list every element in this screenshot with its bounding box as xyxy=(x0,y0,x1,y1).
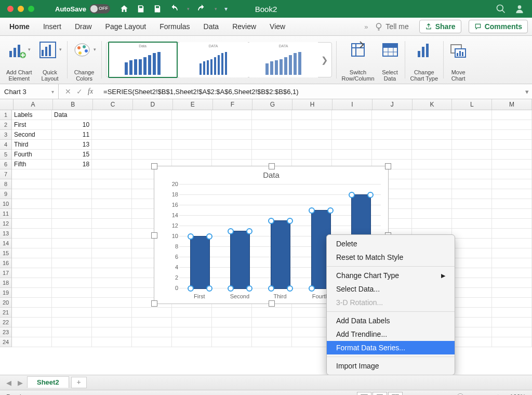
name-box[interactable]: Chart 3▾ xyxy=(0,84,59,99)
tab-insert[interactable]: Insert xyxy=(38,19,66,34)
cell[interactable] xyxy=(12,189,52,199)
cell[interactable] xyxy=(492,239,532,248)
comments-button[interactable]: Comments xyxy=(469,20,528,33)
cell[interactable] xyxy=(52,288,92,298)
cell[interactable] xyxy=(172,308,212,318)
cell[interactable] xyxy=(492,189,532,199)
maximize-window-button[interactable] xyxy=(28,6,34,12)
cell[interactable] xyxy=(92,268,132,278)
cell[interactable] xyxy=(12,278,52,288)
cell[interactable] xyxy=(52,169,92,179)
cell[interactable] xyxy=(172,140,212,150)
cell[interactable] xyxy=(52,209,92,219)
col-header[interactable]: B xyxy=(53,99,93,110)
cell[interactable] xyxy=(492,337,532,347)
cell[interactable] xyxy=(452,239,492,248)
cell[interactable] xyxy=(252,337,292,347)
row-header[interactable]: 23 xyxy=(0,327,12,337)
cell[interactable] xyxy=(452,110,492,120)
cell[interactable]: 13 xyxy=(52,140,92,150)
zoom-out-button[interactable]: − xyxy=(410,392,415,395)
cell[interactable] xyxy=(92,278,132,288)
cell[interactable] xyxy=(212,140,252,150)
cell[interactable] xyxy=(452,160,492,169)
minimize-window-button[interactable] xyxy=(18,6,24,12)
cell[interactable] xyxy=(372,140,412,150)
cell[interactable] xyxy=(452,189,492,199)
tab-view[interactable]: View xyxy=(264,19,290,34)
cell[interactable] xyxy=(492,150,532,160)
cell[interactable] xyxy=(452,179,492,189)
row-header[interactable]: 19 xyxy=(0,288,12,298)
col-header[interactable]: I xyxy=(332,99,373,110)
chart-style-2[interactable]: DATA xyxy=(179,42,248,77)
cell[interactable] xyxy=(492,199,532,209)
row-header[interactable]: 9 xyxy=(0,189,12,199)
cell[interactable] xyxy=(252,308,292,318)
chart-styles-gallery[interactable]: Data DATA DATA ❯ xyxy=(106,42,332,77)
cell[interactable] xyxy=(12,219,52,229)
col-header[interactable]: E xyxy=(173,99,213,110)
cell[interactable] xyxy=(212,337,252,347)
page-break-view-button[interactable] xyxy=(388,392,403,395)
cell[interactable] xyxy=(412,120,452,130)
cell[interactable] xyxy=(292,140,332,150)
cell[interactable] xyxy=(332,120,372,130)
cell[interactable] xyxy=(132,130,172,140)
cell[interactable]: 11 xyxy=(52,130,92,140)
cell[interactable] xyxy=(492,169,532,179)
cell[interactable]: Labels xyxy=(12,110,52,120)
cell[interactable] xyxy=(52,229,92,239)
cell[interactable] xyxy=(372,130,412,140)
cell[interactable] xyxy=(292,120,332,130)
cell[interactable] xyxy=(372,110,412,120)
cell[interactable] xyxy=(412,110,452,120)
cell[interactable] xyxy=(452,268,492,278)
cell[interactable] xyxy=(452,209,492,219)
row-header[interactable]: 15 xyxy=(0,248,12,258)
select-all-corner[interactable] xyxy=(0,99,14,110)
cell[interactable] xyxy=(12,209,52,219)
cell[interactable] xyxy=(492,179,532,189)
chart-style-3[interactable]: DATA xyxy=(249,42,318,77)
cell[interactable] xyxy=(252,130,292,140)
redo-dropdown[interactable]: ▾ xyxy=(215,6,217,11)
cell[interactable] xyxy=(92,160,132,169)
account-icon[interactable] xyxy=(514,4,525,14)
cell[interactable]: Fifth xyxy=(12,160,52,169)
cell[interactable] xyxy=(92,130,132,140)
col-header[interactable]: H xyxy=(292,99,332,110)
cell[interactable] xyxy=(492,209,532,219)
resize-handle[interactable] xyxy=(385,163,391,169)
cell[interactable] xyxy=(52,258,92,268)
col-header[interactable]: D xyxy=(133,99,173,110)
cell[interactable] xyxy=(292,110,332,120)
row-header[interactable]: 16 xyxy=(0,258,12,268)
cell[interactable] xyxy=(52,268,92,278)
row-header[interactable]: 14 xyxy=(0,239,12,248)
cell[interactable] xyxy=(12,318,52,327)
cell[interactable] xyxy=(132,327,172,337)
row-header[interactable]: 5 xyxy=(0,150,12,160)
cell[interactable] xyxy=(12,327,52,337)
chart-style-1[interactable]: Data xyxy=(108,42,178,78)
close-window-button[interactable] xyxy=(7,6,14,12)
cell[interactable] xyxy=(452,229,492,239)
row-header[interactable]: 2 xyxy=(0,120,12,130)
normal-view-button[interactable] xyxy=(357,392,371,395)
tab-data[interactable]: Data xyxy=(198,19,224,34)
cell[interactable] xyxy=(92,189,132,199)
cell[interactable] xyxy=(92,258,132,268)
ctx-delete[interactable]: Delete xyxy=(327,237,455,251)
cell[interactable] xyxy=(452,337,492,347)
row-header[interactable]: 17 xyxy=(0,268,12,278)
cell[interactable] xyxy=(52,239,92,248)
cell[interactable] xyxy=(12,229,52,239)
cancel-formula-icon[interactable]: ✕ xyxy=(65,87,71,96)
tab-formulas[interactable]: Formulas xyxy=(154,19,195,34)
cell[interactable] xyxy=(12,288,52,298)
col-header[interactable]: A xyxy=(14,99,54,110)
cell[interactable] xyxy=(252,140,292,150)
row-header[interactable]: 11 xyxy=(0,209,12,219)
cell[interactable] xyxy=(92,248,132,258)
